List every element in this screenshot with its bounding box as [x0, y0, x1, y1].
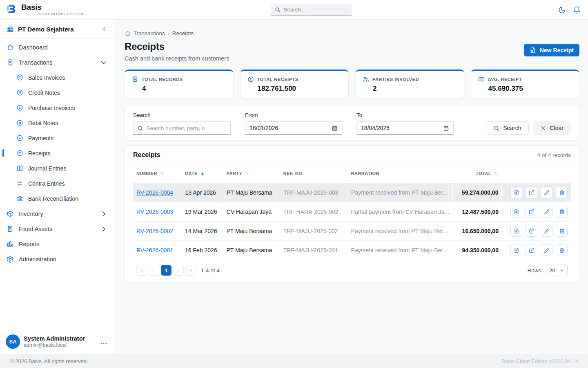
delete-receipt-button[interactable]	[556, 206, 568, 218]
sidebar-item-bank-reconciliation[interactable]: Bank Reconciliation	[0, 191, 114, 206]
table-row[interactable]: RV-2026-0001 16 Feb 2026 PT Maju Bersama…	[133, 240, 571, 260]
new-receipt-button[interactable]: New Receipt	[524, 44, 579, 56]
sidebar-item-credit-notes[interactable]: Credit Notes	[0, 85, 114, 100]
delete-receipt-button[interactable]	[556, 186, 568, 198]
arrow-down-circle-icon	[16, 104, 23, 111]
sidebar-item-inventory[interactable]: Inventory	[0, 206, 114, 221]
receipt-party: CV Harapan Jaya	[223, 202, 280, 221]
delete-receipt-button[interactable]	[556, 244, 568, 256]
column-header-narration: NARRATION	[348, 164, 452, 183]
external-link-icon	[529, 209, 535, 215]
view-receipt-button[interactable]	[510, 206, 522, 218]
receipt-total: 12.487.500,00	[452, 202, 502, 221]
company-selector[interactable]: PT Demo Sejahtera	[0, 20, 114, 39]
table-row[interactable]: RV-2026-0003 19 Mar 2026 CV Harapan Jaya…	[133, 202, 571, 221]
receipt-ref: TRF-HARA-2025-002	[280, 202, 348, 221]
sidebar-item-purchase-invoices[interactable]: Purchase Invoices	[0, 100, 114, 115]
sidebar-item-receipts[interactable]: Receipts	[0, 146, 114, 161]
collapse-sidebar-icon[interactable]	[102, 26, 107, 32]
notifications-icon[interactable]	[573, 6, 581, 14]
edit-receipt-button[interactable]	[541, 244, 552, 256]
home-icon[interactable]	[125, 30, 131, 36]
receipt-date: 16 Feb 2026	[182, 240, 223, 260]
sidebar-item-debit-notes[interactable]: Debit Notes	[0, 115, 114, 130]
edit-receipt-button[interactable]	[541, 206, 552, 218]
receipt-total: 16.650.000,00	[452, 221, 502, 240]
edit-receipt-button[interactable]	[541, 225, 552, 237]
view-receipt-button[interactable]	[510, 186, 522, 198]
global-search-input[interactable]	[283, 7, 347, 13]
users-icon	[363, 76, 369, 83]
user-menu[interactable]: SA System Administrator admin@basis.loca…	[0, 329, 114, 354]
column-header-number[interactable]: NUMBER	[133, 164, 182, 183]
calendar-icon[interactable]	[332, 125, 338, 131]
to-date-field[interactable]: 18/04/2026	[356, 121, 454, 135]
global-search[interactable]	[271, 4, 352, 16]
cube-icon	[7, 210, 14, 218]
open-receipt-button[interactable]	[526, 225, 537, 237]
brand: Basis ACCOUNTING SYSTEM	[0, 3, 84, 16]
column-header-date[interactable]: DATE	[182, 164, 223, 183]
column-header-total[interactable]: TOTAL	[452, 164, 502, 183]
sidebar-item-transactions[interactable]: Transactions	[0, 55, 114, 70]
clear-button[interactable]: Clear	[533, 121, 571, 135]
page-subtitle: Cash and bank receipts from customers	[125, 55, 229, 62]
table-row[interactable]: RV-2026-0002 14 Mar 2026 PT Maju Bersama…	[133, 221, 571, 240]
sidebar-item-contra-entries[interactable]: Contra Entries	[0, 176, 114, 191]
pencil-icon	[544, 190, 550, 195]
arrow-up-right-circle-icon	[16, 89, 23, 96]
sidebar-item-fixed-assets[interactable]: Fixed Assets	[0, 221, 114, 236]
next-page-button[interactable]: ›	[173, 265, 184, 276]
edit-receipt-button[interactable]	[541, 186, 552, 198]
search-icon	[138, 125, 143, 131]
search-icon	[275, 7, 280, 13]
trash-icon	[559, 209, 565, 215]
brand-subtitle: ACCOUNTING SYSTEM	[21, 12, 84, 16]
banknote-icon	[478, 76, 485, 83]
open-receipt-button[interactable]	[526, 206, 537, 218]
delete-receipt-button[interactable]	[556, 225, 568, 237]
view-receipt-button[interactable]	[510, 225, 522, 237]
sidebar-item-dashboard[interactable]: Dashboard	[0, 40, 114, 55]
stat-value: 45.690.375	[488, 85, 572, 93]
sidebar-item-journal-entries[interactable]: Journal Entries	[0, 161, 114, 176]
column-header-actions	[502, 164, 571, 183]
stat-value: 2	[373, 85, 457, 93]
page-1-button[interactable]: 1	[161, 265, 172, 276]
receipt-number-link[interactable]: RV-2026-0004	[136, 189, 173, 196]
stat-total-receipts: TOTAL RECEIPTS 182.761.500	[240, 70, 349, 99]
receipt-date: 13 Apr 2026	[182, 183, 223, 202]
receipt-number-link[interactable]: RV-2026-0001	[136, 247, 173, 254]
receipt-number-link[interactable]: RV-2026-0003	[136, 209, 173, 215]
breadcrumb-parent[interactable]: Transactions	[134, 30, 165, 36]
basis-logo-icon	[6, 4, 18, 16]
view-receipt-button[interactable]	[510, 244, 522, 256]
prev-page-button[interactable]: ‹	[149, 265, 159, 276]
open-receipt-button[interactable]	[526, 186, 537, 198]
column-header-party[interactable]: PARTY	[223, 164, 280, 183]
calendar-icon[interactable]	[443, 125, 449, 131]
open-receipt-button[interactable]	[526, 244, 537, 256]
file-search-icon	[514, 190, 519, 195]
sidebar: PT Demo Sejahtera Dashboard Transactions…	[0, 20, 114, 354]
last-page-button[interactable]: »	[185, 265, 196, 276]
sidebar-item-sales-invoices[interactable]: Sales Invoices	[0, 70, 114, 85]
sidebar-item-reports[interactable]: Reports	[0, 236, 114, 251]
sidebar-item-administration[interactable]: Administration	[0, 251, 114, 267]
sidebar-item-payments[interactable]: Payments	[0, 130, 114, 146]
search-button[interactable]: Search	[486, 121, 528, 135]
user-email: admin@basis.local	[24, 342, 97, 348]
receipt-number-link[interactable]: RV-2026-0002	[136, 228, 173, 234]
from-date-field[interactable]: 18/01/2026	[245, 121, 342, 135]
first-page-button[interactable]: «	[136, 265, 147, 276]
user-options-icon[interactable]: ...	[101, 338, 107, 346]
filter-search-input[interactable]	[147, 125, 226, 131]
arrow-up-circle-icon	[16, 74, 23, 81]
table-row[interactable]: RV-2026-0004 13 Apr 2026 PT Maju Bersama…	[133, 183, 571, 202]
sort-icon	[494, 171, 499, 176]
filter-search-field[interactable]	[133, 121, 231, 135]
theme-toggle-icon[interactable]	[558, 6, 566, 14]
sort-icon	[245, 171, 249, 176]
bar-chart-icon	[7, 240, 14, 248]
rows-per-page-select[interactable]: 20	[546, 265, 568, 276]
